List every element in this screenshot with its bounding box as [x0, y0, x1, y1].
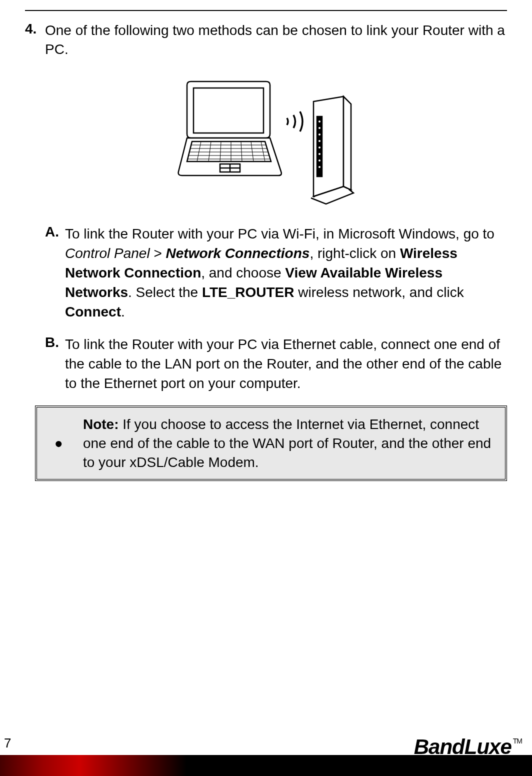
substep-a-letter: A.: [45, 224, 65, 322]
substep-b-text: To link the Router with your PC via Ethe…: [65, 334, 507, 394]
trademark-symbol: TM: [513, 737, 522, 745]
substep-a-text: To link the Router with your PC via Wi-F…: [65, 224, 507, 322]
text-part: . Select the: [128, 284, 202, 300]
note-text: Note: If you choose to access the Intern…: [83, 415, 492, 472]
main-content: 4. One of the following two methods can …: [0, 16, 532, 491]
svg-point-20: [318, 140, 320, 142]
svg-point-23: [318, 160, 320, 162]
top-rule: [25, 10, 507, 11]
illustration: [25, 74, 507, 209]
router-name-label: LTE_ROUTER: [202, 284, 294, 300]
step-4: 4. One of the following two methods can …: [25, 21, 507, 59]
svg-point-22: [318, 153, 320, 155]
note-bullet: ●: [54, 436, 63, 452]
network-connections-label: Network Connections: [166, 246, 310, 261]
connect-label: Connect: [65, 304, 121, 320]
text-part: wireless network, and click: [294, 284, 464, 300]
text-part: , right-click on: [310, 246, 400, 261]
laptop-router-illustration: [176, 74, 356, 209]
svg-point-17: [318, 120, 320, 122]
svg-point-18: [318, 127, 320, 129]
svg-rect-0: [194, 88, 264, 133]
note-body: If you choose to access the Internet via…: [83, 416, 491, 470]
footer-bar: [0, 755, 532, 776]
svg-point-19: [318, 134, 320, 136]
text-part: .: [121, 304, 125, 320]
control-panel-label: Control Panel: [65, 246, 150, 261]
substep-b: B. To link the Router with your PC via E…: [45, 334, 507, 394]
substep-a: A. To link the Router with your PC via W…: [45, 224, 507, 322]
svg-point-24: [318, 166, 320, 168]
substep-b-letter: B.: [45, 334, 65, 394]
note-label: Note:: [83, 416, 119, 432]
footer: 7 BandLuxe TM: [0, 736, 532, 776]
sub-steps: A. To link the Router with your PC via W…: [45, 224, 507, 394]
step-number: 4.: [25, 21, 45, 59]
text-part: , and choose: [201, 265, 285, 280]
svg-point-21: [318, 146, 320, 148]
text-part: >: [150, 246, 166, 261]
note-box: ● Note: If you choose to access the Inte…: [35, 406, 507, 481]
text-part: To link the Router with your PC via Wi-F…: [65, 226, 494, 242]
step-text: One of the following two methods can be …: [45, 21, 507, 59]
